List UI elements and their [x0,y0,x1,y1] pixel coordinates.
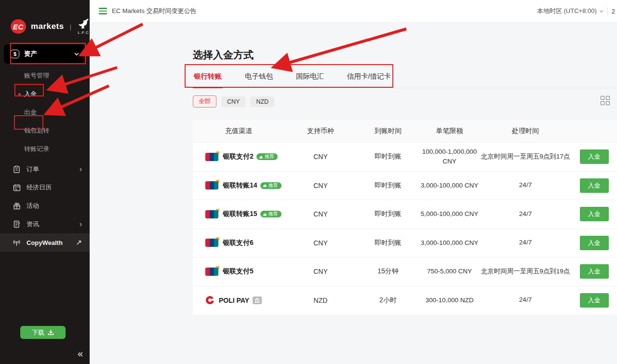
hamburger-menu-icon[interactable] [99,8,107,14]
arrival-cell: 即时到账 [357,181,419,190]
deposit-button[interactable]: 入金 [580,178,609,193]
table-row: 银联支付2 推荐 CNY 即时到账 100,000-1,000,000 CNY … [193,142,617,171]
main-area: EC Markets 交易时间变更公告 本地时区 (UTC+8:00) 2 选择… [90,0,617,364]
currency-cell: CNY [284,210,357,218]
download-icon [48,329,54,336]
sidebar-item-news[interactable]: 资讯 › [0,215,90,233]
timezone-label: 本地时区 (UTC+8:00) [537,7,597,15]
recommended-badge: 推荐 [260,211,282,217]
grid-view-icon[interactable] [601,96,610,106]
processing-cell: 北京时间周一至周五9点到17点 [481,152,570,162]
download-button[interactable]: 下载 [20,326,66,339]
header-currency: 支持币种 [284,127,357,135]
processing-cell: 24/7 [481,180,570,190]
sidebar-item-deposit[interactable]: 入金 [0,85,90,103]
external-link-icon: ↗ [76,238,82,247]
news-icon [13,220,21,229]
nav-label: 经济日历 [27,183,82,192]
sidebar-item-orders[interactable]: 订单 › [0,160,90,178]
poli-pay-logo [205,296,215,305]
deposit-channels-table: 充值渠道 支持币种 到账时间 单笔限额 处理时间 银联支付2 推荐 [193,120,617,314]
sidebar-item-withdraw[interactable]: 出金 [0,103,90,121]
currency-cell: CNY [284,239,357,247]
badge-label: 推荐 [265,154,274,159]
recommended-badge: 推荐 [256,153,278,160]
channel-name: POLI PAY [219,297,249,304]
processing-cell: 24/7 [481,295,570,305]
collapse-sidebar-icon[interactable]: « [78,348,83,359]
table-row: 银联转账14 推荐 CNY 即时到账 3,000-100,000 CNY 24/… [193,171,617,200]
currency-filter-row: 全部 CNY NZD [193,96,617,107]
brand-logo: EC markets | L.F.C [0,0,90,42]
deposit-button[interactable]: 入金 [580,264,609,279]
chevron-down-icon [74,52,79,56]
currency-cell: NZD [284,297,357,304]
lfc-text: L.F.C [78,31,89,35]
deposit-button[interactable]: 入金 [580,207,609,221]
topbar-right: 本地时区 (UTC+8:00) 2 [537,7,615,15]
dollar-icon: $ [11,50,19,58]
deposit-button[interactable]: 入金 [580,293,609,308]
sidebar-item-wallet-transfer[interactable]: 钱包划转 [0,121,90,140]
sidebar-item-copywealth[interactable]: CopyWealth ↗ [0,233,90,252]
unionpay-logo [205,210,218,218]
tab-credit-debit-card[interactable]: 信用卡/借记卡 [346,70,392,88]
processing-cell: 24/7 [481,238,570,248]
sub-item-label: 钱包划转 [24,126,49,135]
filter-chip-cny[interactable]: CNY [221,96,245,107]
sidebar-item-economic-calendar[interactable]: 经济日历 [0,178,90,197]
processing-cell: 北京时间周一至周五9点到19点 [481,267,570,277]
currency-cell: CNY [284,153,357,161]
sub-item-label: 出金 [24,108,37,117]
table-row: 银联支付6 CNY 即时到账 3,000-100,000 CNY 24/7 入金 [193,229,617,257]
logo-divider: | [70,23,71,30]
sub-item-label: 转账记录 [24,145,49,153]
sidebar-item-assets[interactable]: $ 资产 [4,44,86,64]
limit-cell: 750-5,000 CNY [421,267,479,276]
sidebar-item-account-management[interactable]: 账号管理 [0,67,90,85]
topbar-partial-number: 2 [612,8,615,15]
nav-label: 活动 [27,202,82,210]
channel-name: 银联转账14 [223,181,257,190]
table-row: 银联转账15 推荐 CNY 即时到账 5,000-100,000 CNY 24/… [193,200,617,229]
limit-cell: 3,000-100,000 CNY [421,181,479,190]
filter-chip-nzd[interactable]: NZD [250,96,274,107]
clipboard-icon [13,165,21,174]
timezone-selector[interactable]: 本地时区 (UTC+8:00) [537,7,604,15]
deposit-method-tabs: 银行转账 电子钱包 国际电汇 信用卡/借记卡 [193,70,617,88]
channel-name: 银联支付2 [223,152,254,161]
header-channel: 充值渠道 [193,127,284,135]
currency-cell: CNY [284,182,357,189]
thumbs-up-icon [263,183,267,188]
deposit-button[interactable]: 入金 [580,236,609,250]
tab-e-wallet[interactable]: 电子钱包 [244,70,274,88]
sidebar-item-activities[interactable]: 活动 [0,197,90,215]
table-row: 银联支付5 CNY 15分钟 750-5,000 CNY 北京时间周一至周五9点… [193,257,617,286]
filter-chip-all[interactable]: 全部 [193,95,216,108]
calendar-icon [13,184,21,192]
chevron-right-icon: › [80,165,82,174]
deposit-button[interactable]: 入金 [580,149,609,164]
chevron-right-icon: › [80,220,82,229]
markets-logo-text: markets [31,22,64,31]
tab-bank-transfer[interactable]: 银行转账 [193,70,223,88]
sidebar-menu: $ 资产 账号管理 入金 出金 钱包划转 [0,44,90,252]
limit-cell: 100,000-1,000,000 CNY [421,147,479,167]
unionpay-logo [205,239,218,247]
announcement-text[interactable]: EC Markets 交易时间变更公告 [112,7,197,15]
header-processing-time: 处理时间 [480,127,571,135]
topbar: EC Markets 交易时间变更公告 本地时区 (UTC+8:00) 2 [90,0,617,23]
sidebar-item-label: 资产 [24,50,74,58]
currency-cell: CNY [284,268,357,275]
sub-item-label: 入金 [24,90,37,98]
header-arrival-time: 到账时间 [357,127,419,135]
download-label: 下载 [32,328,44,337]
unionpay-logo [205,153,218,161]
nav-label: 资讯 [27,220,80,229]
ec-logo: EC [11,19,26,34]
badge-label: 推荐 [268,212,278,216]
limit-cell: 3,000-100,000 CNY [421,238,479,248]
table-row: POLI PAY NZD 2小时 300-10,000 NZD 24/7 入金 [193,286,617,315]
sidebar-item-transfer-records[interactable]: 转账记录 [0,140,90,158]
tab-international-wire[interactable]: 国际电汇 [295,70,325,88]
